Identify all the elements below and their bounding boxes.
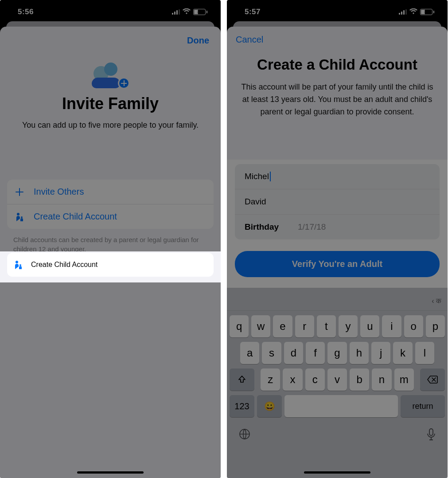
create-child-account-row[interactable]: Create Child Account (7, 253, 214, 277)
return-key[interactable]: return (401, 395, 445, 417)
battery-icon: 32 (193, 9, 207, 15)
page-title: Invite Family (0, 94, 221, 113)
key-p[interactable]: p (426, 315, 445, 337)
key-d[interactable]: d (284, 342, 303, 364)
key-v[interactable]: v (327, 368, 347, 391)
right-screenshot: 5:57 31 Cancel Create a Child Account Th… (227, 0, 448, 478)
key-i[interactable]: i (382, 315, 401, 337)
last-name-field[interactable]: David (235, 189, 440, 214)
birthday-value: 1/17/18 (298, 222, 326, 232)
key-c[interactable]: c (305, 368, 325, 391)
key-g[interactable]: g (327, 342, 347, 364)
create-child-row-under[interactable]: Create Child Account (7, 204, 214, 229)
key-b[interactable]: b (350, 368, 369, 391)
text-caret (270, 172, 271, 181)
key-m[interactable]: m (394, 368, 414, 391)
key-x[interactable]: x (283, 368, 302, 391)
svg-rect-5 (429, 429, 433, 435)
keyboard[interactable]: ‹ क qwertyuiop asdfghjkl zxcvbnm 123 😀 r… (227, 288, 448, 478)
home-indicator[interactable] (304, 471, 370, 474)
svg-point-0 (17, 213, 19, 215)
svg-point-2 (16, 261, 18, 263)
key-s[interactable]: s (262, 342, 281, 364)
key-h[interactable]: h (350, 342, 369, 364)
globe-icon[interactable] (238, 428, 251, 444)
svg-point-1 (21, 216, 23, 218)
wifi-icon (409, 8, 417, 16)
done-button[interactable]: Done (187, 35, 209, 46)
space-key[interactable] (284, 395, 398, 417)
key-o[interactable]: o (404, 315, 423, 337)
key-q[interactable]: q (230, 315, 249, 337)
cellular-icon (172, 9, 180, 15)
status-time: 5:57 (245, 8, 261, 16)
page-title: Create a Child Account (227, 54, 448, 73)
key-l[interactable]: l (415, 342, 434, 364)
dictation-icon[interactable] (426, 428, 436, 444)
left-screenshot: 5:56 32 Done Invite Family You can (0, 0, 221, 478)
plus-icon (13, 187, 26, 197)
numeric-mode-key[interactable]: 123 (230, 395, 254, 417)
parent-child-icon (13, 212, 26, 222)
first-name-value: Michel (245, 172, 269, 181)
emoji-key[interactable]: 😀 (257, 395, 282, 417)
delete-key[interactable] (420, 368, 445, 391)
invite-others-row[interactable]: Invite Others (7, 180, 214, 204)
first-name-field[interactable]: Michel (235, 164, 440, 189)
status-bar: 5:56 32 (0, 0, 221, 24)
last-name-value: David (245, 197, 266, 207)
keyboard-lang-hint[interactable]: ‹ क (432, 297, 441, 305)
invite-others-label: Invite Others (34, 187, 84, 197)
key-k[interactable]: k (393, 342, 412, 364)
create-child-label: Create Child Account (31, 261, 97, 269)
cancel-button[interactable]: Cancel (236, 35, 263, 45)
key-r[interactable]: r (295, 315, 314, 337)
key-a[interactable]: a (240, 342, 259, 364)
key-z[interactable]: z (261, 368, 280, 391)
parent-child-icon (13, 260, 23, 270)
wifi-icon (183, 8, 191, 16)
key-w[interactable]: w (251, 315, 270, 337)
shift-key[interactable] (230, 368, 254, 391)
battery-icon: 31 (420, 9, 434, 15)
verify-adult-button[interactable]: Verify You're an Adult (235, 251, 440, 277)
status-time: 5:56 (18, 8, 34, 16)
page-subtitle: This account will be part of your family… (227, 73, 448, 118)
key-f[interactable]: f (306, 342, 325, 364)
key-y[interactable]: y (339, 315, 358, 337)
family-hero-icon (92, 63, 129, 88)
key-u[interactable]: u (360, 315, 379, 337)
key-t[interactable]: t (317, 315, 336, 337)
option-list: Invite Others Create Child Account (7, 180, 214, 229)
birthday-field[interactable]: Birthday 1/17/18 (235, 214, 440, 239)
page-subtitle: You can add up to five more people to yo… (0, 113, 221, 131)
status-bar: 5:57 31 (227, 0, 448, 24)
keyboard-suggestion-bar[interactable]: ‹ क (227, 291, 448, 311)
birthday-label: Birthday (245, 222, 298, 232)
highlight-form-area: Michel David Birthday 1/17/18 Verify You… (227, 160, 448, 288)
cellular-icon (399, 9, 407, 15)
home-indicator[interactable] (77, 471, 144, 474)
key-e[interactable]: e (273, 315, 292, 337)
key-j[interactable]: j (371, 342, 390, 364)
svg-point-3 (19, 264, 21, 266)
child-info-card: Michel David Birthday 1/17/18 (235, 164, 440, 239)
key-n[interactable]: n (372, 368, 391, 391)
